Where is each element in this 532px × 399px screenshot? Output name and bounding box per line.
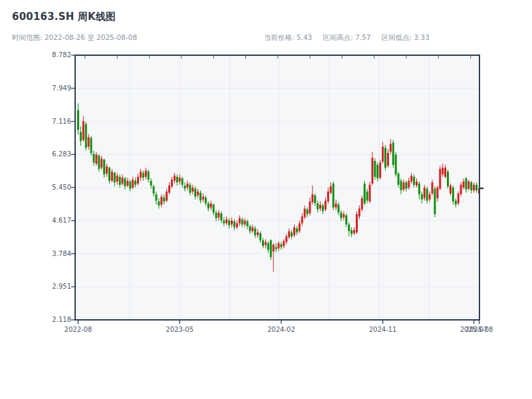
candle-down [194,189,196,197]
candle-up [116,176,118,182]
candle-up [463,182,465,188]
candle-up [192,188,194,192]
candle-up [467,182,469,189]
candle-up [82,121,84,140]
candle-down [241,219,243,225]
candle-down [475,185,477,190]
candle-down [418,184,420,194]
candle-down [77,110,79,130]
candle-up [278,243,280,249]
candle-up [408,181,410,188]
candle-down [434,189,436,214]
candle-down [158,201,160,205]
candle-down [400,181,402,190]
candle-up [95,154,97,164]
candle-down [384,148,386,168]
x-tick-label: 2023-05 [158,326,201,333]
candle-up [257,232,259,235]
candle-up [111,172,113,181]
x-tick-label: 2025-08 [458,326,501,333]
candle-down [213,205,215,213]
candle-up [283,241,285,246]
candle-down [103,160,105,174]
candle-up [371,158,373,184]
candle-up [160,197,162,205]
candle-up [309,201,311,213]
candle-down [262,240,264,245]
candle-down [275,247,277,249]
candle-down [455,201,457,205]
candle-up [126,181,128,186]
candle-down [348,225,350,231]
candle-up [88,137,90,146]
x-tick-label: 2022-08 [57,326,100,333]
candle-up [202,197,204,200]
candle-up [444,168,446,177]
y-tick-label: 6.283 [31,150,71,158]
candle-down [176,177,178,182]
candle-up [285,236,287,241]
candle-down [124,178,126,186]
candle-up [369,185,371,201]
candle-down [452,188,454,201]
candle-up [137,177,139,184]
candle-up [460,185,462,194]
candle-down [345,215,347,225]
candle-down [366,192,368,201]
candle-down [254,229,256,235]
candle-up [361,198,363,209]
candle-up [140,172,142,178]
candle-down [108,168,110,181]
kline-chart [0,0,532,399]
candle-down [153,186,155,194]
candle-down [270,240,272,257]
candle-up [358,209,360,217]
candle-down [182,178,184,185]
candle-down [223,221,225,223]
candle-up [342,214,344,217]
x-tick-label: 2024-11 [362,326,404,333]
candle-down [296,229,298,233]
candle-up [439,169,441,189]
candle-down [332,184,334,207]
candle-up [265,242,267,245]
candle-up [379,162,381,178]
candle-down [215,213,217,218]
kline-page: 600163.SH 周K线图 时间范围: 2022-08-26 至 2025-0… [0,0,532,399]
candle-up [353,230,355,233]
candle-up [217,213,219,217]
candle-down [129,182,131,189]
x-tick-label: 2024-02 [260,326,303,333]
candle-up [304,209,306,217]
candle-up [330,186,332,193]
candle-down [155,194,157,201]
candle-down [114,173,116,182]
candle-up [299,223,301,231]
candle-down [228,221,230,225]
candle-down [259,233,261,241]
candle-down [85,124,87,148]
candle-down [205,198,207,203]
candle-down [392,143,394,165]
candle-up [179,178,181,182]
candle-down [80,132,82,141]
candle-down [150,181,152,186]
candle-down [184,186,186,189]
candle-down [405,182,407,189]
candle-down [426,189,428,201]
candle-down [163,198,165,201]
candle-up [293,227,295,235]
candle-down [249,226,251,231]
candle-up [436,188,438,198]
y-tick-label: 2.951 [31,283,71,290]
candle-down [280,244,282,247]
candle-up [325,201,327,209]
candle-down [291,232,293,236]
candle-down [233,221,235,227]
candle-down [374,161,376,177]
candle-down [92,154,94,162]
candle-down [317,203,319,209]
candle-down [398,174,400,185]
candle-up [301,217,303,223]
candle-up [166,192,168,201]
